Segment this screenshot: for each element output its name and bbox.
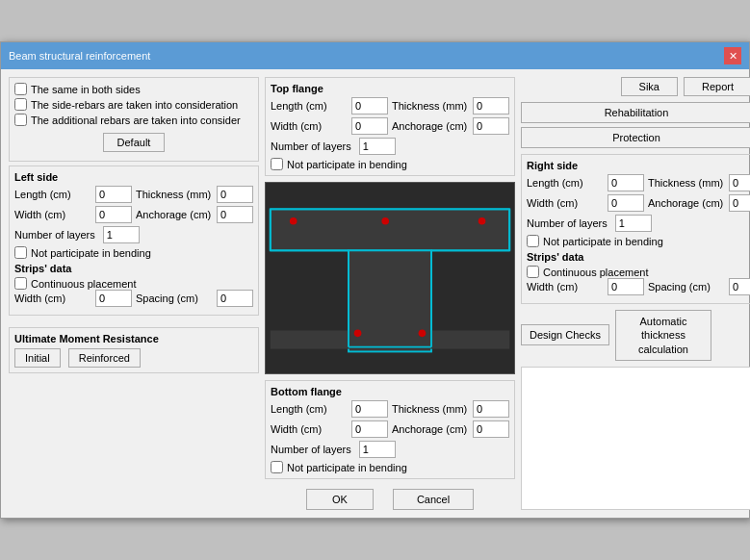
top-flange-title: Top flange (271, 83, 509, 94)
left-not-participate-checkbox[interactable] (14, 246, 27, 259)
top-layers-label: Number of layers (271, 140, 351, 152)
ultimate-title: Ultimate Moment Resistance (14, 333, 253, 344)
svg-point-7 (354, 330, 362, 338)
right-continuous-row: Continuous placement (527, 266, 746, 278)
center-panel: Top flange Length (cm) Thickness (mm) Wi… (265, 77, 515, 510)
top-layers-input[interactable] (359, 138, 396, 155)
side-rebars-label: The side-rebars are taken into considera… (31, 99, 238, 111)
left-width-label: Width (cm) (14, 209, 91, 220)
right-continuous-label: Continuous placement (543, 267, 648, 278)
same-both-sides-row: The same in both sides (14, 83, 253, 95)
top-width-row: Width (cm) Anchorage (cm) (271, 117, 509, 135)
bot-width-label: Width (cm) (271, 423, 348, 435)
top-not-participate-checkbox[interactable] (271, 158, 283, 170)
bot-width-input[interactable] (351, 420, 388, 438)
side-rebars-checkbox[interactable] (14, 98, 27, 111)
right-panel: Sika Report Rehabilitation Protection Ri… (521, 77, 750, 510)
bot-width-row: Width (cm) Anchorage (cm) (271, 420, 509, 438)
protection-button[interactable]: Protection (521, 127, 750, 148)
left-side-section: Left side Length (cm) Thickness (mm) Wid… (9, 165, 259, 316)
left-width2-label: Width (cm) (14, 293, 91, 304)
bot-layers-row: Number of layers (271, 441, 509, 458)
bot-thickness-label: Thickness (mm) (392, 403, 469, 415)
bot-length-label: Length (cm) (271, 403, 348, 415)
report-button[interactable]: Report (684, 77, 750, 96)
left-strips-section: Strips' data Continuous placement Width … (14, 263, 253, 307)
top-anchorage-label: Anchorage (cm) (392, 120, 469, 132)
top-width-input[interactable] (351, 117, 388, 135)
left-anchorage-label: Anchorage (cm) (136, 209, 213, 220)
right-side-title: Right side (527, 160, 746, 171)
left-anchorage-input[interactable] (217, 206, 253, 223)
design-checks-button[interactable]: Design Checks (521, 324, 609, 345)
bot-not-participate-checkbox[interactable] (271, 461, 283, 473)
result-box (521, 367, 750, 510)
right-layers-row: Number of layers (527, 215, 746, 232)
default-button[interactable]: Default (103, 133, 166, 152)
left-length-label: Length (cm) (14, 189, 91, 200)
ok-button[interactable]: OK (306, 489, 374, 510)
svg-rect-3 (271, 330, 509, 348)
additional-rebars-checkbox[interactable] (14, 114, 27, 126)
svg-rect-1 (271, 209, 509, 250)
left-not-participate-label: Not participate in bending (31, 247, 151, 259)
right-length-row: Length (cm) Thickness (mm) (527, 174, 746, 191)
bottom-flange-section: Bottom flange Length (cm) Thickness (mm)… (265, 380, 515, 479)
right-not-participate-checkbox[interactable] (527, 235, 539, 247)
right-length-input[interactable] (608, 174, 644, 191)
left-spacing-input[interactable] (217, 290, 253, 307)
top-length-row: Length (cm) Thickness (mm) (271, 97, 509, 115)
left-thickness-input[interactable] (217, 186, 253, 203)
right-continuous-checkbox[interactable] (527, 266, 539, 278)
right-width2-input[interactable] (608, 278, 644, 295)
top-anchorage-input[interactable] (473, 117, 509, 135)
initial-button[interactable]: Initial (14, 348, 61, 368)
left-thickness-label: Thickness (mm) (136, 189, 213, 200)
left-side-title: Left side (14, 171, 253, 183)
left-length-input[interactable] (95, 186, 132, 203)
left-layers-label: Number of layers (14, 229, 95, 241)
left-panel: The same in both sides The side-rebars a… (9, 77, 259, 510)
rehabilitation-button[interactable]: Rehabilitation (521, 102, 750, 123)
reinforced-button[interactable]: Reinforced (68, 348, 141, 368)
top-width-label: Width (cm) (271, 120, 348, 132)
left-layers-input[interactable] (103, 226, 140, 243)
same-both-sides-checkbox[interactable] (14, 83, 27, 95)
right-side-section: Right side Length (cm) Thickness (mm) Wi… (521, 154, 750, 304)
right-width-input[interactable] (608, 194, 644, 212)
bot-length-row: Length (cm) Thickness (mm) (271, 400, 509, 418)
left-not-participate-row: Not participate in bending (14, 246, 253, 259)
top-not-participate-label: Not participate in bending (287, 159, 407, 170)
bot-layers-input[interactable] (359, 441, 396, 458)
right-spacing-input[interactable] (729, 278, 750, 295)
sika-button[interactable]: Sika (621, 77, 678, 96)
bot-thickness-input[interactable] (473, 400, 509, 418)
right-spacing-label: Spacing (cm) (648, 281, 725, 293)
ultimate-section: Ultimate Moment Resistance Initial Reinf… (9, 327, 259, 373)
close-button[interactable]: ✕ (724, 47, 741, 64)
right-layers-input[interactable] (615, 215, 652, 232)
top-length-label: Length (cm) (271, 100, 348, 112)
left-spacing-label: Spacing (cm) (136, 293, 213, 304)
auto-thick-button[interactable]: Automatic thickness calculation (615, 310, 711, 361)
left-continuous-checkbox[interactable] (14, 277, 27, 290)
left-width-input[interactable] (95, 206, 132, 223)
bot-anchorage-input[interactable] (473, 420, 509, 438)
bot-not-participate-row: Not participate in bending (271, 461, 509, 473)
right-not-participate-row: Not participate in bending (527, 235, 746, 247)
left-width-row: Width (cm) Anchorage (cm) (14, 206, 253, 223)
right-anchorage-input[interactable] (729, 194, 750, 212)
left-width2-input[interactable] (95, 290, 132, 307)
right-thickness-input[interactable] (729, 174, 750, 191)
design-checks-row: Design Checks Automatic thickness calcul… (521, 310, 750, 361)
ok-cancel-row: OK Cancel (265, 489, 515, 510)
bot-length-input[interactable] (351, 400, 388, 418)
side-rebars-row: The side-rebars are taken into considera… (14, 98, 253, 111)
left-strips-title: Strips' data (14, 263, 253, 274)
right-width-label: Width (cm) (527, 197, 604, 209)
same-both-sides-label: The same in both sides (31, 84, 141, 95)
right-width-spacing-row: Width (cm) Spacing (cm) (527, 278, 746, 295)
top-length-input[interactable] (351, 97, 388, 115)
cancel-button[interactable]: Cancel (393, 489, 474, 510)
top-thickness-input[interactable] (473, 97, 509, 115)
